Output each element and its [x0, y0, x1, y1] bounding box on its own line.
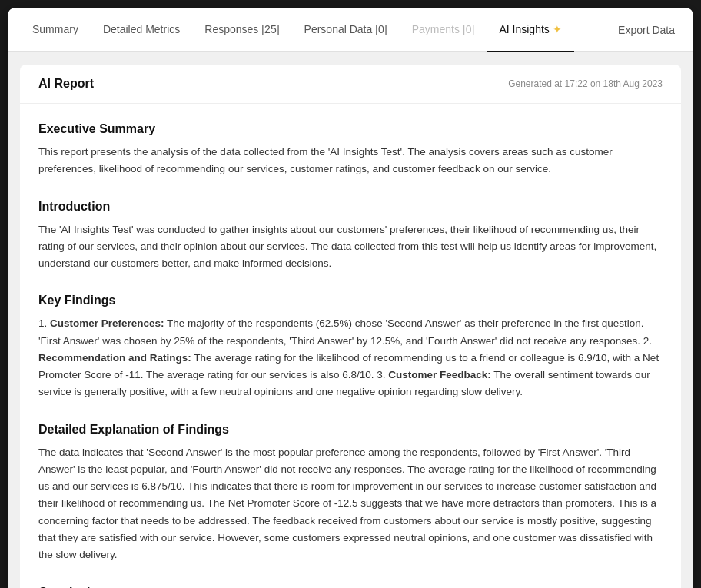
- section-conclusion: Conclusion: [38, 586, 663, 588]
- main-content: AI Report Generated at 17:22 on 18th Aug…: [8, 52, 693, 588]
- app-window: Summary Detailed Metrics Responses [25] …: [8, 8, 693, 588]
- card-generated-meta: Generated at 17:22 on 18th Aug 2023: [508, 78, 663, 89]
- section-conclusion-heading: Conclusion: [38, 586, 663, 588]
- tab-ai-insights-label: AI Insights: [499, 23, 549, 35]
- tab-detailed-metrics-label: Detailed Metrics: [103, 23, 180, 35]
- tab-bar: Summary Detailed Metrics Responses [25] …: [8, 8, 693, 52]
- card-body: Executive Summary This report presents t…: [20, 104, 681, 588]
- export-data-button[interactable]: Export Data: [612, 8, 681, 52]
- tab-payments[interactable]: Payments [0]: [400, 8, 487, 52]
- card-title: AI Report: [38, 77, 94, 91]
- tab-responses[interactable]: Responses [25]: [192, 8, 291, 52]
- tab-ai-insights[interactable]: AI Insights ✦: [487, 8, 573, 52]
- section-detailed-explanation-heading: Detailed Explanation of Findings: [38, 423, 663, 437]
- tab-personal-data-label: Personal Data [0]: [304, 23, 387, 35]
- card-header: AI Report Generated at 17:22 on 18th Aug…: [20, 65, 681, 104]
- tab-personal-data[interactable]: Personal Data [0]: [292, 8, 400, 52]
- ai-insights-star-icon: ✦: [553, 23, 562, 35]
- section-detailed-explanation: Detailed Explanation of Findings The dat…: [38, 423, 663, 564]
- section-key-findings: Key Findings 1. Customer Preferences: Th…: [38, 294, 663, 400]
- section-executive-summary-text: This report presents the analysis of the…: [38, 144, 663, 178]
- section-key-findings-text: 1. Customer Preferences: The majority of…: [38, 315, 663, 400]
- section-introduction-text: The 'AI Insights Test' was conducted to …: [38, 221, 663, 273]
- ai-report-card: AI Report Generated at 17:22 on 18th Aug…: [20, 65, 681, 588]
- section-introduction: Introduction The 'AI Insights Test' was …: [38, 200, 663, 273]
- section-key-findings-heading: Key Findings: [38, 294, 663, 307]
- tab-detailed-metrics[interactable]: Detailed Metrics: [91, 8, 192, 52]
- tab-summary[interactable]: Summary: [20, 8, 91, 52]
- section-detailed-explanation-text: The data indicates that 'Second Answer' …: [38, 444, 663, 564]
- section-executive-summary-heading: Executive Summary: [38, 122, 663, 136]
- tab-responses-label: Responses [25]: [204, 23, 279, 35]
- section-executive-summary: Executive Summary This report presents t…: [38, 122, 663, 178]
- tab-summary-label: Summary: [32, 23, 78, 35]
- tab-payments-label: Payments [0]: [412, 23, 475, 35]
- export-data-label: Export Data: [618, 24, 675, 36]
- section-introduction-heading: Introduction: [38, 200, 663, 214]
